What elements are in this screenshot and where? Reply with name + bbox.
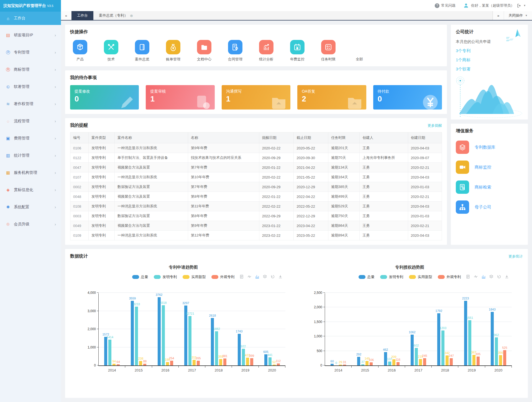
table-row[interactable]: 0106发明专利一种消息显示方法和系统第9年年费2020-02-222020-0… bbox=[70, 143, 442, 153]
table-row[interactable]: 0109发明专利一种消息显示方法和系统第12年年费2023-02-222023-… bbox=[70, 231, 442, 240]
company-stat-link[interactable]: 3个软著 bbox=[456, 67, 523, 72]
quick-action-产品[interactable]: 产品 bbox=[73, 40, 87, 62]
todo-card-OA答复[interactable]: OA答复2 bbox=[297, 85, 366, 110]
sidebar-item-统计管理[interactable]: ▥统计管理› bbox=[0, 149, 61, 162]
layers-icon: ≋ bbox=[5, 101, 11, 106]
table-cell: 王勇 bbox=[360, 143, 408, 153]
chevron-down-icon[interactable]: ▼ bbox=[523, 4, 526, 7]
bar-chart-icon[interactable] bbox=[481, 274, 486, 279]
tab-工作台[interactable]: 工作台 bbox=[71, 11, 93, 20]
bar-外观专利 bbox=[223, 358, 226, 365]
sidebar-item-著作权管理[interactable]: ≋著作权管理› bbox=[0, 97, 61, 111]
legend-item-外观专利[interactable]: 外观专利 bbox=[211, 274, 235, 279]
todo-card-待付款[interactable]: 待付款0 bbox=[373, 85, 442, 110]
table-cell: 2020-05-22 bbox=[294, 143, 328, 153]
sidebar-item-工作台[interactable]: ⌂工作台 bbox=[0, 12, 61, 25]
question-icon: ? bbox=[435, 3, 439, 8]
bar-value-label: 247 bbox=[449, 354, 454, 357]
patent-grant-trend-chart: 专利授权趋势图总量发明专利实用新型外观专利05001,0001,5002,000… bbox=[296, 261, 523, 375]
org-chart-icon bbox=[456, 200, 469, 214]
table-row[interactable]: 0108发明专利一种消息显示方法和系统第11年年费2022-02-222022-… bbox=[70, 202, 442, 211]
data-view-icon[interactable] bbox=[466, 274, 470, 279]
stack-icon[interactable] bbox=[489, 274, 493, 279]
sidebar-item-费用管理[interactable]: ▣费用管理› bbox=[0, 131, 61, 145]
sidebar-item-label: 专利管理 bbox=[14, 50, 55, 55]
more-statistics-link[interactable]: 更多统计 bbox=[508, 254, 523, 259]
quick-action-统计分析[interactable]: 统计分析 bbox=[259, 40, 273, 62]
todo-card-提案审核[interactable]: 提案审核1 bbox=[146, 85, 214, 110]
quick-action-文档中心[interactable]: 文档中心 bbox=[197, 40, 211, 62]
faq-link[interactable]: ? 常见问题 bbox=[435, 3, 456, 8]
line-chart-icon[interactable] bbox=[474, 274, 478, 279]
download-icon[interactable] bbox=[278, 274, 283, 279]
sidebar-item-流程管理[interactable]: ◌流程管理› bbox=[0, 114, 61, 128]
company-stat-link[interactable]: 1个商标 bbox=[456, 57, 523, 63]
legend-item-实用新型[interactable]: 实用新型 bbox=[183, 274, 206, 279]
quick-action-技术[interactable]: 技术 bbox=[104, 40, 118, 62]
legend-item-发明专利[interactable]: 发明专利 bbox=[154, 274, 177, 279]
company-stat-link[interactable]: 3个专利 bbox=[456, 48, 523, 54]
legend-item-总量[interactable]: 总量 bbox=[359, 274, 375, 279]
quick-action-账单管理[interactable]: 账单管理 bbox=[166, 40, 180, 62]
table-row[interactable]: 0049发明专利视频聚合方法与装置第9年年费2023-01-222023-04-… bbox=[70, 221, 442, 231]
sidebar-item-系统配置[interactable]: ✱系统配置› bbox=[0, 200, 61, 214]
quick-action-label: 年费监控 bbox=[290, 57, 305, 62]
close-icon[interactable]: ⊗ bbox=[130, 14, 133, 18]
tab-actions: » 关闭操作 ▼ bbox=[492, 11, 532, 20]
legend-item-总量[interactable]: 总量 bbox=[132, 274, 148, 279]
sidebar-item-服务机构管理[interactable]: ▦服务机构管理› bbox=[0, 166, 61, 180]
yen-circle-icon bbox=[421, 93, 439, 110]
todo-card-提案修改[interactable]: 提案修改0 bbox=[70, 85, 139, 110]
service-商标检索[interactable]: 商标检索 bbox=[456, 180, 523, 194]
bar-value-label: 922 bbox=[241, 345, 246, 348]
table-row[interactable]: 0048发明专利视频聚合方法及装置第8年年费2022-01-222022-04-… bbox=[70, 192, 442, 202]
quick-action-年费监控[interactable]: 年费监控 bbox=[290, 40, 305, 62]
bar-slot: 32721 bbox=[188, 293, 191, 365]
legend-item-外观专利[interactable]: 外观专利 bbox=[438, 274, 461, 279]
x-axis-label: 2020 bbox=[259, 368, 285, 372]
table-row[interactable]: 0047发明专利视频聚合方法及装置第7年年费2020-01-222021-04-… bbox=[70, 163, 442, 172]
service-母子公司[interactable]: 母子公司 bbox=[456, 200, 523, 214]
data-view-icon[interactable] bbox=[239, 274, 244, 279]
table-row[interactable]: 0003发明专利数据验证方法与装置第8年年费2022-09-292022-12-… bbox=[70, 211, 442, 221]
stack-icon[interactable] bbox=[263, 274, 267, 279]
todo-card-沟通撰写[interactable]: 沟通撰写1 bbox=[222, 85, 290, 110]
logout-icon[interactable] bbox=[516, 3, 521, 8]
restore-icon[interactable] bbox=[270, 274, 275, 279]
sidebar-item-贯标信息化[interactable]: ◈贯标信息化› bbox=[0, 183, 61, 197]
legend-item-实用新型[interactable]: 实用新型 bbox=[409, 274, 432, 279]
sidebar-item-研发项目IP[interactable]: ▤研发项目IP› bbox=[0, 28, 61, 42]
tabs-scroll-left-icon[interactable]: « bbox=[61, 11, 71, 20]
line-chart-icon[interactable] bbox=[247, 274, 252, 279]
y-axis-label: 2,000 bbox=[81, 327, 96, 331]
company-stats-card: 公司统计 本月您的公司共申请 3个专利1个商标3个软著 bbox=[451, 25, 528, 119]
sidebar-item-商标管理[interactable]: Ⓡ商标管理› bbox=[0, 63, 61, 77]
legend-item-发明专利[interactable]: 发明专利 bbox=[380, 274, 403, 279]
quick-action-任务时限[interactable]: 任务时限 bbox=[321, 40, 336, 62]
bar-value-label: 265 bbox=[196, 357, 201, 360]
tab-案件总览（专利）[interactable]: 案件总览（专利）⊗ bbox=[93, 11, 139, 20]
sidebar-item-会员升级[interactable]: ♔会员升级› bbox=[0, 217, 61, 231]
table-row[interactable]: 0002发明专利数据验证方法及装置第7年年费2020-09-292020-12-… bbox=[70, 182, 442, 192]
table-row[interactable]: 0107发明专利一种消息显示方法和系统第10年年费2020-02-222021-… bbox=[70, 172, 442, 182]
service-专利数据库[interactable]: 专利数据库 bbox=[456, 141, 523, 154]
table-cell: 逾期164天 bbox=[328, 172, 360, 182]
service-商标监控[interactable]: 商标监控 bbox=[456, 161, 523, 174]
table-row[interactable]: 0122发明专利单手控制方法、装置及手持设备找技术效果与技术点的对应关系2020… bbox=[70, 153, 442, 163]
sidebar-item-软著管理[interactable]: ©软著管理› bbox=[0, 80, 61, 94]
bar-chart-icon[interactable] bbox=[255, 274, 259, 279]
tabs-scroll-right-icon[interactable]: » bbox=[493, 11, 504, 20]
restore-icon[interactable] bbox=[497, 274, 501, 279]
sidebar-item-label: 贯标信息化 bbox=[14, 187, 55, 192]
user-menu[interactable]: 你好，某某（超级管理员） ▼ bbox=[463, 3, 526, 8]
quick-action-全部[interactable]: 全部 bbox=[352, 40, 367, 62]
more-reminders-link[interactable]: 更多提醒 bbox=[428, 123, 442, 128]
download-icon[interactable] bbox=[505, 274, 509, 279]
bar-value-label: 0 bbox=[336, 361, 337, 365]
bar-slot: 60 bbox=[331, 293, 334, 365]
sidebar-item-专利管理[interactable]: Ⓟ专利管理› bbox=[0, 45, 61, 59]
quick-action-合同管理[interactable]: 合同管理 bbox=[228, 40, 242, 62]
quick-action-案件总览[interactable]: 案件总览 bbox=[135, 40, 149, 62]
table-cell: 2022-01-22 bbox=[259, 192, 294, 202]
close-operations-dropdown[interactable]: 关闭操作 ▼ bbox=[504, 11, 532, 20]
